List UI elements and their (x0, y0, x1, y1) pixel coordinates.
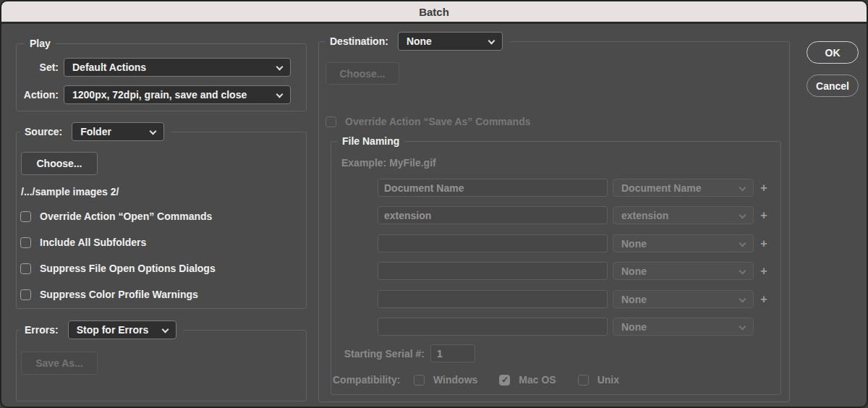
add-row-button-4: + (758, 265, 770, 278)
errors-legend-row: Errors: Stop for Errors (20, 320, 184, 339)
name-part-select-2: extension (613, 206, 754, 224)
compat-unix-label: Unix (597, 374, 619, 386)
destination-choose-button: Choose... (326, 62, 399, 85)
override-save-as-row: Override Action “Save As” Commands (326, 115, 530, 128)
destination-label: Destination: (330, 35, 388, 47)
suppress-dialogs-label: Suppress File Open Options Dialogs (40, 263, 216, 274)
compat-unix-checkbox (578, 375, 589, 386)
source-path: /.../sample images 2/ (21, 186, 119, 197)
chevron-down-icon (739, 296, 746, 303)
batch-dialog: Batch Play Set: Default Actions Action: … (0, 0, 868, 408)
chevron-down-icon (150, 128, 157, 135)
name-field-input-5 (378, 290, 608, 308)
override-open-label: Override Action “Open” Commands (40, 211, 212, 222)
play-group-legend: Play (25, 38, 56, 49)
chevron-down-icon (739, 184, 746, 192)
suppress-dialogs-row[interactable]: Suppress File Open Options Dialogs (20, 262, 216, 275)
compat-macos-label: Mac OS (519, 374, 556, 386)
starting-serial-label: Starting Serial #: (331, 348, 425, 360)
compat-windows-label: Windows (433, 374, 477, 386)
starting-serial-input (430, 344, 475, 362)
destination-legend-row: Destination: None (326, 32, 510, 51)
compatibility-label: Compatibility: (333, 374, 414, 386)
source-choose-button[interactable]: Choose... (21, 152, 98, 175)
window-titlebar[interactable]: Batch (1, 1, 867, 24)
compatibility-row: Compatibility: Windows Mac OS Unix (333, 373, 619, 386)
chevron-down-icon (739, 240, 746, 247)
suppress-warnings-checkbox[interactable] (20, 289, 31, 300)
file-naming-legend: File Naming (337, 135, 404, 147)
chevron-down-icon (161, 326, 169, 333)
chevron-down-icon (739, 323, 746, 331)
include-subfolders-checkbox[interactable] (20, 237, 31, 248)
compat-macos-checkbox (499, 375, 510, 386)
set-select[interactable]: Default Actions (64, 58, 291, 77)
action-select[interactable]: 1200px, 72dpi, grain, save and close (64, 85, 291, 104)
name-field-input-3 (378, 234, 608, 252)
name-field-input-1 (378, 179, 608, 197)
source-select[interactable]: Folder (72, 122, 164, 141)
chevron-down-icon (739, 212, 746, 219)
override-open-checkbox[interactable] (20, 211, 31, 222)
chevron-down-icon (276, 91, 284, 98)
suppress-warnings-label: Suppress Color Profile Warnings (40, 289, 198, 300)
set-label: Set: (1, 61, 59, 73)
name-part-select-5: None (613, 290, 754, 308)
include-subfolders-label: Include All Subfolders (40, 237, 146, 248)
source-label: Source: (25, 126, 62, 137)
add-row-button-5: + (758, 293, 770, 306)
name-part-select-4: None (613, 262, 754, 280)
name-field-input-2 (378, 206, 608, 224)
add-row-button-1: + (758, 182, 770, 195)
cancel-button[interactable]: Cancel (807, 75, 859, 97)
override-save-as-checkbox (326, 116, 336, 127)
name-field-input-6 (378, 318, 608, 336)
source-legend-row: Source: Folder (20, 122, 171, 141)
include-subfolders-row[interactable]: Include All Subfolders (20, 236, 146, 249)
chevron-down-icon (739, 268, 746, 275)
errors-save-as-button: Save As... (21, 352, 98, 375)
name-part-select-6: None (613, 318, 754, 336)
chevron-down-icon (488, 38, 495, 45)
suppress-dialogs-checkbox[interactable] (20, 263, 31, 274)
add-row-button-3: + (758, 237, 770, 250)
suppress-warnings-row[interactable]: Suppress Color Profile Warnings (20, 288, 198, 301)
errors-label: Errors: (25, 324, 59, 336)
chevron-down-icon (276, 64, 284, 71)
ok-button[interactable]: OK (807, 41, 859, 64)
compat-windows-checkbox (414, 375, 425, 386)
errors-select[interactable]: Stop for Errors (68, 320, 176, 339)
destination-select[interactable]: None (398, 32, 503, 51)
add-row-button-2: + (758, 209, 770, 222)
override-open-row[interactable]: Override Action “Open” Commands (20, 210, 212, 223)
file-naming-example: Example: MyFile.gif (341, 157, 436, 169)
action-label: Action: (1, 89, 59, 101)
override-save-as-label: Override Action “Save As” Commands (345, 116, 530, 127)
name-part-select-1: Document Name (613, 179, 754, 197)
name-part-select-3: None (613, 234, 754, 252)
name-field-input-4 (378, 262, 608, 280)
window-title: Batch (419, 6, 449, 18)
